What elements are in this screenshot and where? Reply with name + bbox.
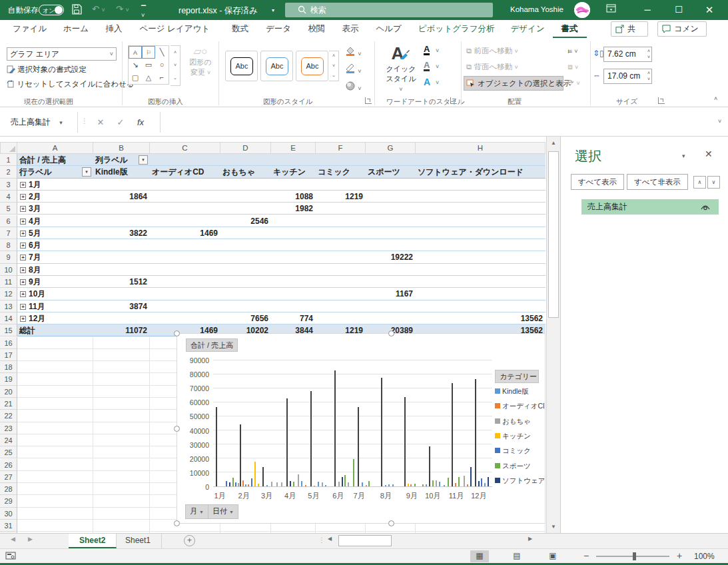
pivot-table-row-4[interactable]: +2月186410881219 [17,191,546,203]
accessibility-status-icon[interactable] [5,552,16,560]
cell[interactable] [93,446,150,458]
row-header-18[interactable]: 18 [0,361,17,373]
cell[interactable]: キッチン [271,166,316,177]
pivot-table-row-7[interactable]: +5月38221469 [17,227,546,239]
ribbon-tab-2[interactable]: 挿入 [97,20,131,38]
ribbon-tab-5[interactable]: データ [257,20,300,38]
row-header-20[interactable]: 20 [0,386,17,398]
column-header-F[interactable]: F [316,142,366,154]
cell[interactable]: 11072 [93,324,150,336]
triangle-shape-icon[interactable]: △ [142,71,155,84]
column-header-G[interactable]: G [366,142,416,154]
chart-resize-handle[interactable] [388,330,394,336]
column-header-A[interactable]: A [17,142,93,154]
cell[interactable] [93,386,150,397]
cell[interactable]: 1167 [366,288,416,299]
shape-style-3[interactable]: Abc [296,51,328,81]
save-icon[interactable] [71,3,83,17]
legend-item[interactable]: オーディオCD [495,402,544,411]
ribbon-tab-8[interactable]: ヘルプ [368,20,410,38]
row-header-28[interactable]: 28 [0,483,17,495]
expand-group-button[interactable]: + [20,255,26,261]
expand-group-button[interactable]: + [20,316,26,322]
row-header-22[interactable]: 22 [0,410,17,422]
cell[interactable]: +1月 [17,179,93,190]
wordart-dialog-launcher[interactable] [450,97,457,104]
search-box[interactable]: 検索 [285,3,493,17]
rectangle-shape-icon[interactable]: ▭ [142,59,155,71]
cell[interactable]: +9月 [17,276,93,287]
row-header-6[interactable]: 6 [0,215,17,227]
cell[interactable] [17,508,93,519]
row-header-11[interactable]: 11 [0,276,17,288]
row-labels-filter-button[interactable]: ▼ [82,167,91,177]
cell[interactable]: ソフトウェア・ダウンロード [416,166,546,177]
sheet-tab-sheet1[interactable]: Sheet1 [115,534,162,548]
cell[interactable]: 19222 [366,251,416,263]
oval-shape-icon[interactable]: ○ [155,59,169,71]
shape-styles-dialog-launcher[interactable] [365,97,372,104]
cell[interactable]: Kindle版 [93,166,150,177]
avatar[interactable] [574,2,590,18]
maximize-button[interactable]: ☐ [667,0,690,20]
cell[interactable]: スポーツ [366,166,416,177]
visibility-eye-icon[interactable] [700,204,711,211]
banner-shape-icon[interactable]: ⚐ [142,46,155,59]
format-selection-button[interactable]: 選択対象の書式設定 [7,65,87,75]
shape-style-2[interactable]: Abc [260,51,293,81]
cell[interactable] [17,483,93,494]
ribbon-tab-9[interactable]: ピボットグラフ分析 [410,20,504,38]
pivot-table-row-1[interactable]: 合計 / 売上高列ラベル▼ [17,154,546,166]
cell[interactable] [17,349,93,360]
text-fill-button[interactable]: A [424,45,430,55]
row-header-17[interactable]: 17 [0,349,17,361]
redo-icon[interactable]: ↷ ˅ [116,4,129,14]
cell[interactable] [17,410,93,421]
shape-styles-scroll[interactable]: ˄˅⌄ [329,51,339,81]
pivot-table-row-11[interactable]: +9月1512 [17,276,546,288]
cell[interactable]: +11月 [17,300,93,312]
close-button[interactable]: ✕ [698,0,721,20]
line-shape-icon[interactable]: ╲ [155,46,169,59]
height-spinner[interactable]: 7.62 cm ˄˅ [603,47,652,62]
share-button[interactable]: 共有 [611,21,648,37]
chart-element-dropdown[interactable]: グラフ エリア ˅ [7,47,117,61]
cell[interactable] [93,373,150,384]
cell[interactable]: 3822 [93,227,150,239]
elbow-shape-icon[interactable]: ⌐ [155,71,169,84]
row-header-10[interactable]: 10 [0,264,17,276]
ribbon-tab-11[interactable]: 書式 [553,20,587,38]
column-header-C[interactable]: C [150,142,220,154]
formula-input[interactable] [163,113,709,131]
cell[interactable]: おもちゃ [220,166,271,177]
cell[interactable]: +2月 [17,191,93,202]
cell[interactable]: 1512 [93,276,150,287]
ribbon-tab-3[interactable]: ページ レイアウト [131,20,219,38]
text-fill-dropdown[interactable]: ˅ [436,47,439,54]
cell[interactable] [93,434,150,446]
cell[interactable] [17,520,93,531]
row-header-13[interactable]: 13 [0,300,17,312]
date-field-button[interactable]: 日付 ▼ [208,504,238,519]
expand-group-button[interactable]: + [20,291,26,297]
row-header-19[interactable]: 19 [0,373,17,385]
row-header-9[interactable]: 9 [0,251,17,263]
page-layout-view-button[interactable]: ▤ [508,550,526,562]
align-button[interactable]: ⫢ ˅ [567,46,578,55]
chart-resize-handle[interactable] [174,426,180,432]
pane-close-icon[interactable]: ✕ [705,149,713,159]
quick-styles-button[interactable]: A クイック スタイル ˅ [384,43,418,93]
ribbon-display-options-icon[interactable] [599,0,622,20]
bring-forward-arrow[interactable]: ∧ [693,176,706,189]
cell[interactable]: 13562 [416,312,546,324]
pivot-table-row-12[interactable]: +10月1167 [17,288,546,300]
chart-title-field-button[interactable]: 合計 / 売上高 [186,338,238,352]
expand-group-button[interactable]: + [20,206,26,212]
hide-all-button[interactable]: すべて非表示 [627,174,688,190]
zoom-level[interactable]: 100% [694,552,715,561]
cell[interactable] [93,398,150,409]
column-labels-filter-button[interactable]: ▼ [139,155,148,165]
cell[interactable]: 合計 / 売上高 [17,154,93,165]
send-backward-arrow[interactable]: ∨ [707,176,720,189]
expand-group-button[interactable]: + [20,231,26,237]
